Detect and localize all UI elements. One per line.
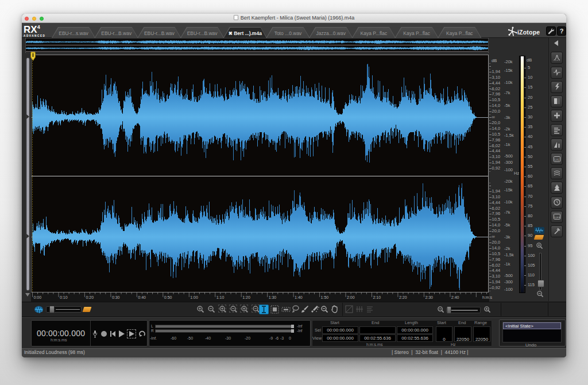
svg-text:LVL: LVL (554, 158, 559, 161)
svg-text:LUFS: LUFS (554, 216, 560, 219)
